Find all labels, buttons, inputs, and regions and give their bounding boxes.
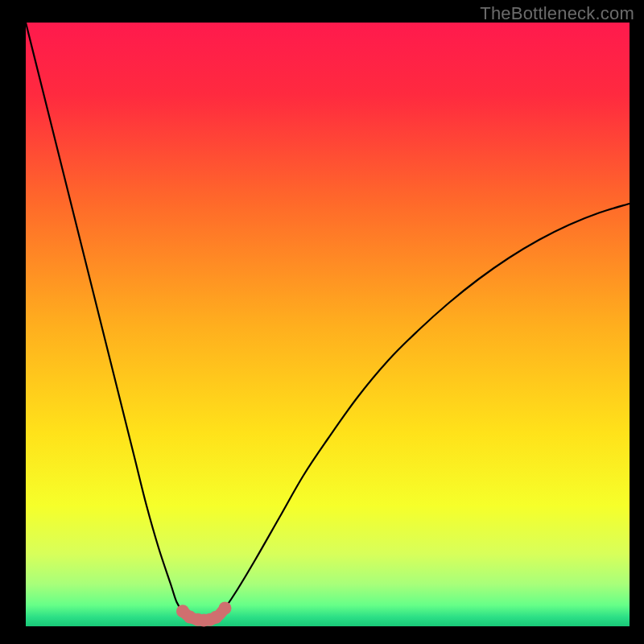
chart-frame: TheBottleneck.com xyxy=(0,0,644,644)
bottleneck-curve-chart xyxy=(0,0,644,644)
optimal-zone-dot xyxy=(219,602,232,615)
plot-background xyxy=(26,23,630,626)
watermark-text: TheBottleneck.com xyxy=(480,3,634,24)
